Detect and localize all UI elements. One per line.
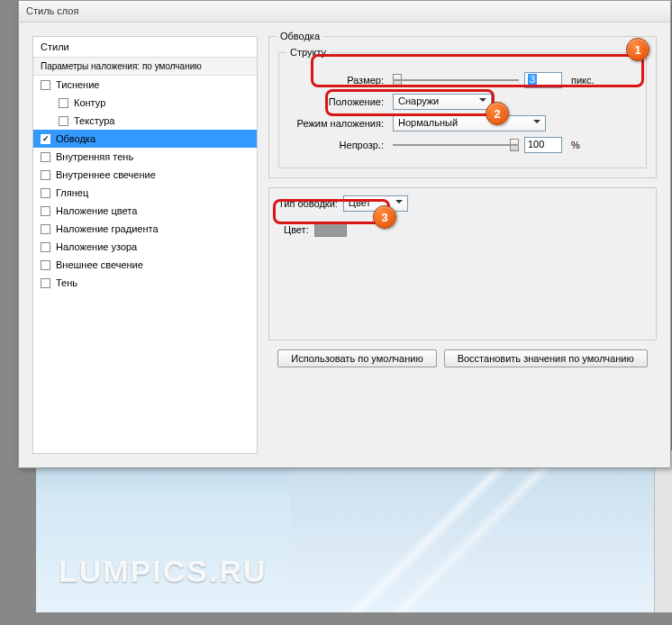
reset-default-button[interactable]: Восстановить значения по умолчанию bbox=[444, 349, 648, 367]
sidebar-item-label: Тиснение bbox=[56, 79, 99, 90]
sidebar-item-9[interactable]: Наложение узора bbox=[33, 238, 257, 256]
callout-2: 2 bbox=[486, 102, 509, 125]
style-checkbox[interactable] bbox=[41, 242, 50, 252]
style-checkbox[interactable] bbox=[41, 206, 50, 216]
position-label: Положение: bbox=[288, 96, 387, 107]
sidebar-item-6[interactable]: Глянец bbox=[33, 184, 257, 202]
styles-sidebar: Стили Параметры наложения: по умолчанию … bbox=[32, 36, 258, 454]
opacity-label: Непрозр.: bbox=[288, 140, 387, 150]
fill-type-label: Тип обводки: bbox=[278, 198, 338, 209]
style-checkbox[interactable] bbox=[59, 116, 68, 126]
sidebar-item-11[interactable]: Тень bbox=[33, 274, 257, 292]
style-checkbox[interactable] bbox=[41, 188, 50, 198]
size-unit: пикс. bbox=[571, 75, 595, 86]
position-dropdown[interactable]: Снаружи bbox=[393, 94, 492, 110]
sidebar-item-4[interactable]: Внутренняя тень bbox=[33, 148, 257, 166]
settings-panel: Обводка Структу Размер: 3 пикс. Положени… bbox=[268, 36, 657, 454]
style-checkbox[interactable] bbox=[41, 170, 50, 180]
sidebar-item-7[interactable]: Наложение цвета bbox=[33, 202, 257, 220]
color-swatch[interactable] bbox=[314, 222, 347, 237]
layers-visibility-strip bbox=[654, 450, 672, 612]
style-checkbox[interactable] bbox=[41, 134, 50, 144]
sidebar-item-label: Наложение цвета bbox=[56, 205, 137, 216]
style-checkbox[interactable] bbox=[41, 260, 50, 270]
sidebar-item-label: Внутреннее свечение bbox=[56, 169, 156, 180]
opacity-input[interactable]: 100 bbox=[524, 137, 562, 153]
sidebar-item-label: Внутренняя тень bbox=[56, 151, 133, 162]
sidebar-item-5[interactable]: Внутреннее свечение bbox=[33, 166, 257, 184]
opacity-slider[interactable] bbox=[393, 138, 519, 152]
sidebar-item-1[interactable]: Контур bbox=[33, 94, 257, 112]
color-label: Цвет: bbox=[284, 224, 309, 235]
group-legend: Обводка bbox=[277, 31, 323, 41]
sidebar-item-label: Тень bbox=[56, 277, 77, 288]
callout-1: 1 bbox=[626, 38, 649, 61]
sidebar-item-label: Текстура bbox=[74, 115, 114, 126]
sidebar-subheading[interactable]: Параметры наложения: по умолчанию bbox=[33, 58, 257, 76]
sidebar-item-label: Контур bbox=[74, 97, 105, 108]
style-checkbox[interactable] bbox=[41, 224, 50, 234]
dialog-title: Стиль слоя bbox=[19, 1, 670, 23]
sidebar-item-3[interactable]: Обводка bbox=[33, 130, 257, 148]
sidebar-item-label: Наложение градиента bbox=[56, 223, 159, 234]
structure-legend: Структу bbox=[286, 47, 330, 58]
sidebar-heading: Стили bbox=[33, 37, 257, 58]
callout-3: 3 bbox=[373, 205, 396, 229]
sidebar-item-label: Глянец bbox=[56, 187, 88, 198]
sidebar-item-0[interactable]: Тиснение bbox=[33, 76, 257, 94]
sidebar-item-2[interactable]: Текстура bbox=[33, 112, 257, 130]
size-slider[interactable] bbox=[393, 73, 519, 87]
sidebar-item-label: Обводка bbox=[56, 133, 95, 144]
style-checkbox[interactable] bbox=[59, 98, 68, 108]
sidebar-item-10[interactable]: Внешнее свечение bbox=[33, 256, 257, 274]
sidebar-item-label: Наложение узора bbox=[56, 241, 137, 252]
make-default-button[interactable]: Использовать по умолчанию bbox=[277, 349, 436, 367]
style-checkbox[interactable] bbox=[41, 152, 50, 162]
blend-mode-label: Режим наложения: bbox=[288, 118, 387, 129]
sidebar-item-8[interactable]: Наложение градиента bbox=[33, 220, 257, 238]
size-input[interactable]: 3 bbox=[524, 72, 562, 88]
size-label: Размер: bbox=[288, 75, 387, 86]
opacity-unit: % bbox=[571, 140, 580, 150]
style-checkbox[interactable] bbox=[41, 278, 50, 288]
watermark-text: LUMPICS.RU bbox=[59, 554, 268, 589]
blend-mode-dropdown[interactable]: Нормальный bbox=[393, 115, 546, 131]
style-checkbox[interactable] bbox=[41, 80, 50, 90]
sidebar-item-label: Внешнее свечение bbox=[56, 259, 143, 270]
layer-style-dialog: Стиль слоя Стили Параметры наложения: по… bbox=[18, 0, 671, 468]
